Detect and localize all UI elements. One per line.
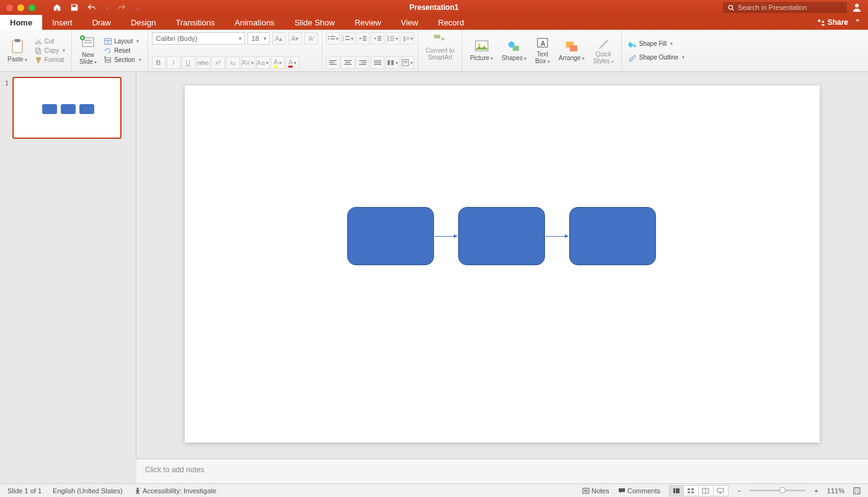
save-icon[interactable] — [70, 3, 79, 12]
format-painter-button[interactable]: Format — [32, 56, 68, 64]
align-center-button[interactable] — [341, 56, 355, 69]
italic-button[interactable]: I — [167, 56, 180, 69]
undo-icon[interactable] — [87, 3, 96, 12]
clear-formatting-button[interactable]: A⁄ — [304, 32, 318, 45]
char-spacing-button[interactable]: AV — [241, 56, 255, 69]
justify-button[interactable] — [371, 56, 384, 69]
font-name-select[interactable]: Calibri (Body) — [152, 32, 245, 45]
underline-button[interactable]: U — [182, 56, 195, 69]
tab-animations[interactable]: Animations — [225, 15, 285, 30]
text-direction-button[interactable]: ‖A — [401, 32, 414, 45]
change-case-button[interactable]: Aa — [256, 56, 270, 69]
zoom-out-button[interactable]: − — [737, 487, 741, 495]
sorter-view-button[interactable] — [684, 485, 699, 496]
picture-button[interactable]: Picture — [466, 40, 497, 62]
columns-button[interactable] — [386, 56, 399, 69]
font-size-select[interactable]: 18 — [247, 32, 270, 45]
tab-home[interactable]: Home — [0, 15, 42, 30]
fit-to-window-button[interactable] — [853, 487, 861, 495]
tab-review[interactable]: Review — [345, 15, 391, 30]
normal-view-button[interactable] — [669, 485, 684, 496]
rounded-rect-shape-1[interactable] — [347, 207, 434, 265]
zoom-slider[interactable] — [750, 490, 805, 491]
tab-slide-show[interactable]: Slide Show — [285, 15, 345, 30]
reading-view-button[interactable] — [699, 485, 714, 496]
maximize-window-button[interactable] — [29, 4, 35, 11]
slides-group: New Slide Layout Reset Section — [72, 30, 148, 71]
subscript-button[interactable]: x₂ — [226, 56, 240, 69]
redo-icon[interactable] — [117, 3, 126, 12]
shape-fill-button[interactable]: Shape Fill — [626, 40, 687, 48]
increase-indent-button[interactable] — [371, 32, 384, 45]
increase-font-button[interactable]: A▴ — [272, 32, 286, 45]
line-spacing-button[interactable] — [386, 32, 399, 45]
accessibility-checker[interactable]: Accessibility: Investigate — [134, 487, 217, 495]
superscript-button[interactable]: x² — [211, 56, 225, 69]
section-button[interactable]: Section — [102, 56, 143, 64]
convert-smartart-button[interactable]: Convert to SmartArt — [422, 32, 458, 61]
tab-view[interactable]: View — [391, 15, 428, 30]
connector-arrow-2[interactable] — [546, 236, 568, 237]
highlight-button[interactable]: A — [271, 56, 285, 69]
bullets-button[interactable] — [326, 32, 340, 45]
slide-canvas-area[interactable] — [136, 72, 868, 459]
qat-customize[interactable] — [135, 3, 138, 12]
align-left-button[interactable] — [326, 56, 340, 69]
notes-toggle[interactable]: Notes — [582, 487, 609, 495]
tab-record[interactable]: Record — [428, 15, 474, 30]
numbering-button[interactable]: 12 — [341, 32, 355, 45]
svg-rect-7 — [35, 48, 39, 53]
account-icon[interactable] — [852, 2, 862, 12]
svg-point-2 — [818, 19, 820, 22]
notes-icon — [582, 488, 590, 494]
language-indicator[interactable]: English (United States) — [53, 487, 123, 495]
decrease-font-button[interactable]: A▾ — [288, 32, 302, 45]
align-right-button[interactable] — [356, 56, 370, 69]
svg-rect-57 — [691, 491, 694, 493]
share-button[interactable]: Share ⌃ — [809, 15, 868, 30]
connector-arrow-1[interactable] — [435, 236, 457, 237]
close-window-button[interactable] — [6, 4, 13, 11]
svg-point-50 — [136, 487, 138, 489]
home-icon[interactable] — [53, 3, 61, 12]
reset-button[interactable]: Reset — [102, 46, 143, 55]
layout-button[interactable]: Layout — [102, 37, 143, 46]
strikethrough-button[interactable]: abc — [197, 56, 210, 69]
slide-1[interactable] — [185, 86, 820, 442]
tab-draw[interactable]: Draw — [82, 15, 121, 30]
copy-button[interactable]: Copy — [32, 46, 68, 55]
rounded-rect-shape-2[interactable] — [458, 207, 545, 265]
zoom-level[interactable]: 111% — [827, 487, 844, 495]
svg-point-49 — [634, 45, 636, 47]
arrange-button[interactable]: Arrange — [555, 40, 588, 62]
minimize-window-button[interactable] — [17, 4, 24, 11]
paste-button[interactable]: Paste — [4, 38, 31, 63]
comments-toggle[interactable]: Comments — [618, 487, 660, 495]
undo-dropdown[interactable] — [105, 3, 108, 12]
cut-button[interactable]: Cut — [32, 37, 68, 46]
new-slide-button[interactable]: New Slide — [76, 35, 100, 66]
svg-rect-4 — [15, 39, 20, 42]
slideshow-view-button[interactable] — [714, 485, 728, 496]
svg-rect-24 — [345, 39, 350, 40]
search-input[interactable] — [738, 4, 842, 11]
shape-outline-button[interactable]: Shape Outline — [626, 53, 687, 62]
align-text-button[interactable] — [401, 56, 414, 69]
rounded-rect-shape-3[interactable] — [569, 207, 656, 265]
shapes-button[interactable]: Shapes — [498, 40, 530, 62]
textbox-button[interactable]: A Text Box — [531, 36, 554, 65]
svg-text:2: 2 — [342, 38, 344, 42]
font-color-button[interactable]: A — [286, 56, 299, 69]
svg-rect-44 — [513, 46, 519, 51]
slide-thumbnail-1[interactable]: 1 — [5, 77, 131, 139]
zoom-in-button[interactable]: + — [814, 487, 818, 495]
tab-insert[interactable]: Insert — [42, 15, 82, 30]
decrease-indent-button[interactable] — [356, 32, 370, 45]
tab-design[interactable]: Design — [121, 15, 166, 30]
search-box[interactable] — [723, 2, 847, 13]
tab-transitions[interactable]: Transitions — [166, 15, 224, 30]
notes-pane[interactable]: Click to add notes — [136, 459, 868, 483]
quick-styles-button[interactable]: Quick Styles — [590, 36, 618, 65]
slide-counter[interactable]: Slide 1 of 1 — [7, 487, 42, 495]
bold-button[interactable]: B — [152, 56, 166, 69]
